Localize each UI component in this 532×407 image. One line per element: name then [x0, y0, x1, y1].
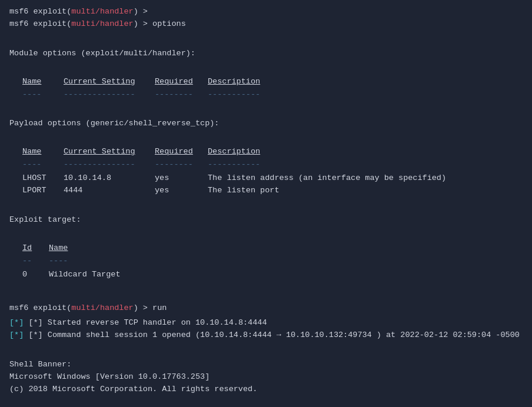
col-setting-hdr-1: Current Setting	[64, 76, 155, 88]
col-desc-hdr-2: Description	[208, 146, 523, 158]
handler-red-3: multi/handler	[71, 303, 133, 312]
target-id: 0	[22, 269, 49, 281]
col-desc-dash-1: -----------	[208, 89, 523, 101]
col-name-hdr-1: Name	[22, 76, 64, 88]
payload-options-header: Payload options (generic/shell_reverse_t…	[9, 118, 523, 130]
session-msg: [*] [*] Command shell session 1 opened (…	[9, 329, 523, 342]
col-id-hdr: Id	[22, 242, 49, 255]
col-required-dash-2: --------	[155, 159, 208, 171]
blank-9	[9, 398, 523, 407]
started-text: [*] Started reverse TCP handler on 10.10…	[28, 318, 267, 327]
copyright: (c) 2018 Microsoft Corporation. All righ…	[9, 383, 523, 396]
cmd-run: > run	[138, 303, 167, 312]
cmd-options: > options	[138, 19, 186, 28]
blank-8	[9, 346, 523, 359]
handler-red-2: multi/handler	[71, 19, 133, 28]
col-required-hdr-2: Required	[155, 146, 208, 158]
blank-5	[9, 202, 523, 214]
exploit-label: exploit(	[34, 7, 72, 16]
col-name-hdr-2: Name	[22, 146, 64, 158]
col-name-dash-2: ----	[22, 159, 64, 171]
star-icon-1: [*]	[9, 318, 24, 327]
prompt-line-1: msf6 exploit(multi/handler) >	[9, 6, 523, 18]
star-icon-2: [*]	[9, 331, 24, 339]
msf-prompt: msf6	[9, 7, 28, 16]
lhost-desc: The listen address (an interface may be …	[208, 172, 523, 185]
lport-value: 4444	[64, 185, 155, 197]
lport-name: LPORT	[22, 185, 64, 197]
handler-red: multi/handler	[71, 7, 133, 16]
col-tname-hdr: Name	[49, 242, 523, 255]
col-setting-dash-2: ---------------	[64, 159, 155, 171]
exploit-label-2: exploit(	[34, 19, 72, 28]
cmd-arrow: >	[138, 7, 148, 16]
target-name: Wildcard Target	[49, 269, 523, 281]
col-setting-hdr-2: Current Setting	[64, 146, 155, 158]
col-required-hdr-1: Required	[155, 76, 208, 88]
blank-1	[9, 35, 523, 48]
close-paren-3: )	[134, 303, 138, 312]
col-name-dash-1: ----	[22, 89, 64, 101]
col-desc-dash-2: -----------	[208, 159, 523, 171]
col-tname-dash: ----	[49, 255, 523, 268]
close-paren: )	[134, 7, 138, 16]
terminal-window: msf6 exploit(multi/handler) > msf6 explo…	[9, 6, 523, 407]
lhost-required: yes	[155, 172, 208, 185]
blank-7	[9, 285, 523, 298]
col-required-dash-1: --------	[155, 89, 208, 101]
target-table: Id Name -- ---- 0 Wildcard Target	[9, 242, 523, 281]
lport-required: yes	[155, 185, 208, 197]
session-text: [*] Command shell session 1 opened (10.1…	[28, 331, 519, 339]
col-setting-dash-1: ---------------	[64, 89, 155, 101]
windows-version: Microsoft Windows [Version 10.0.17763.25…	[9, 371, 523, 383]
blank-6	[9, 230, 523, 242]
blank-3	[9, 105, 523, 118]
exploit-label-3: exploit(	[34, 303, 72, 312]
started-msg: [*] [*] Started reverse TCP handler on 1…	[9, 317, 523, 329]
blank-2	[9, 64, 523, 76]
close-paren-2: )	[134, 19, 138, 28]
lport-desc: The listen port	[208, 185, 523, 197]
module-options-header: Module options (exploit/multi/handler):	[9, 48, 523, 60]
module-table-header: Name Current Setting Required Descriptio…	[9, 76, 523, 101]
prompt-line-2: msf6 exploit(multi/handler) > options	[9, 18, 523, 31]
prompt-line-3: msf6 exploit(multi/handler) > run	[9, 302, 523, 315]
exploit-target-header: Exploit target:	[9, 214, 523, 226]
lhost-value: 10.10.14.8	[64, 172, 155, 185]
lhost-name: LHOST	[22, 172, 64, 185]
col-id-dash: --	[22, 255, 49, 268]
msf-prompt-2: msf6	[9, 19, 28, 28]
msf-prompt-3: msf6	[9, 303, 28, 312]
payload-table-header: Name Current Setting Required Descriptio…	[9, 146, 523, 197]
col-desc-hdr-1: Description	[208, 76, 523, 88]
shell-banner-label: Shell Banner:	[9, 359, 523, 371]
blank-4	[9, 134, 523, 146]
